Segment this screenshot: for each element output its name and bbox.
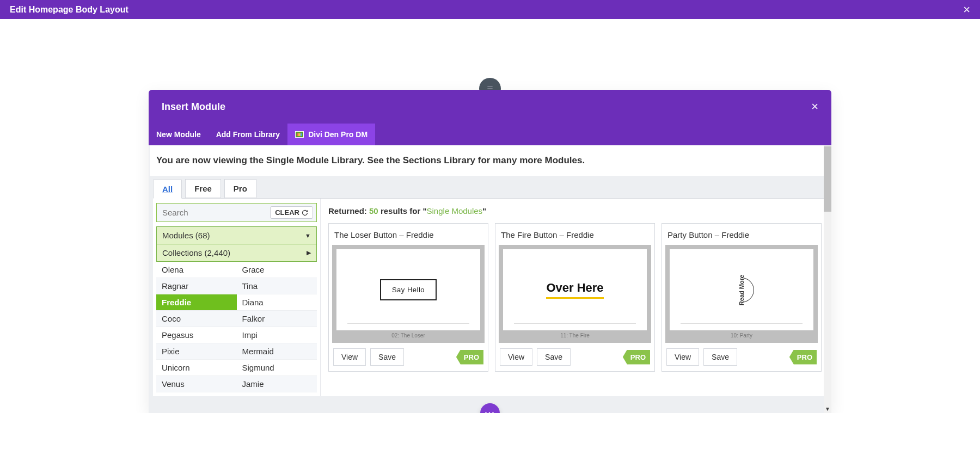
module-card: Party Button – Freddie Read More 10: [661,223,822,372]
page-close-icon[interactable]: × [963,3,970,17]
modal-scrollbar[interactable]: ▼ [824,145,831,413]
clear-label: CLEAR [275,208,299,217]
list-row: Coco Falkor [156,311,317,327]
clear-search-button[interactable]: CLEAR [270,206,313,219]
list-row: Freddie Diana [156,294,317,311]
modal-close-icon[interactable]: × [811,100,818,114]
collection-item[interactable]: Mermaid [237,343,317,360]
module-card-title: The Loser Button – Freddie [329,224,488,245]
scroll-down-icon[interactable]: ▼ [824,405,831,413]
save-button[interactable]: Save [537,348,571,366]
refresh-icon [302,210,308,216]
preview-caption: 10: Party [670,330,813,338]
collection-item[interactable]: Jamie [237,376,317,392]
list-row: Pixie Mermaid [156,343,317,360]
collection-item[interactable]: Olena [156,262,237,278]
tab-new-module[interactable]: New Module [149,124,209,145]
collection-item[interactable]: Impi [237,327,317,343]
pro-badge: PRO [456,350,483,365]
search-input[interactable] [160,206,270,219]
modal-tabs: New Module Add From Library Divi Den Pro… [149,124,831,145]
preview-button-label: Over Here [546,281,603,299]
save-button[interactable]: Save [703,348,737,366]
chevron-down-icon: ▼ [305,232,311,239]
filter-tab-free[interactable]: Free [185,179,221,198]
read-more-graphic: Read More [728,277,755,303]
insert-module-modal: Insert Module × New Module Add From Libr… [149,90,831,413]
collection-item[interactable]: Coco [156,311,237,327]
collection-item[interactable]: Unicorn [156,360,237,376]
module-preview: Over Here 11: The Fire [499,245,651,343]
module-cards-row: The Loser Button – Freddie Say Hello 02:… [328,223,824,372]
module-card: The Fire Button – Freddie Over Here 11: … [495,223,655,372]
collection-item[interactable]: Pegasus [156,327,237,343]
module-card-title: The Fire Button – Freddie [495,224,654,245]
module-preview: Read More 10: Party [665,245,818,343]
view-button[interactable]: View [500,348,532,366]
collection-item[interactable]: Falkor [237,311,317,327]
quote-open: " [422,206,426,216]
save-button[interactable]: Save [370,348,404,366]
price-filter-tabs: All Free Pro [153,179,256,198]
modules-dropdown[interactable]: Modules (68) ▼ [156,226,317,244]
view-button[interactable]: View [333,348,366,366]
results-summary: Returned: 50 results for "Single Modules… [328,206,824,216]
library-sidebar: CLEAR Modules (68) ▼ Collections (2,440)… [153,199,321,396]
module-card-title: Party Button – Freddie [662,224,821,245]
scrollbar-thumb[interactable] [824,146,831,212]
collection-item[interactable]: Sigmund [237,360,317,376]
list-row: Unicorn Sigmund [156,360,317,376]
returned-mid: results for [381,206,420,216]
list-row: Pegasus Impi [156,327,317,343]
pro-badge: PRO [623,350,650,365]
modal-title: Insert Module [162,101,225,113]
divi-den-icon [295,131,304,138]
collection-item[interactable]: Pixie [156,343,237,360]
filter-tab-all[interactable]: All [153,180,182,199]
collection-item-active[interactable]: Freddie [156,294,237,311]
quote-close: " [482,206,486,216]
list-row: Olena Grace [156,262,317,278]
tab-divi-den-label: Divi Den Pro DM [308,130,367,139]
tab-divi-den-pro[interactable]: Divi Den Pro DM [287,124,375,145]
preview-button-label: Read More [738,274,745,305]
list-row: Ragnar Tina [156,278,317,294]
filter-tab-pro[interactable]: Pro [224,179,256,198]
module-preview: Say Hello 02: The Loser [332,245,485,343]
collections-list: Olena Grace Ragnar Tina Freddie Diana [156,262,317,392]
returned-count: 50 [369,206,378,216]
page-top-bar: Edit Homepage Body Layout × [0,0,980,19]
list-row: Venus Jamie [156,376,317,392]
collection-item[interactable]: Venus [156,376,237,392]
collection-item[interactable]: Diana [237,294,317,311]
module-card: The Loser Button – Freddie Say Hello 02:… [328,223,488,372]
collection-item[interactable]: Ragnar [156,278,237,294]
preview-button-label: Say Hello [380,279,437,300]
collection-item[interactable]: Tina [237,278,317,294]
search-box: CLEAR [156,203,317,222]
chevron-right-icon: ▶ [307,249,311,256]
preview-caption: 11: The Fire [503,330,647,338]
modal-header: Insert Module × [149,90,831,124]
page-title: Edit Homepage Body Layout [10,5,128,15]
collection-item[interactable]: Grace [237,262,317,278]
collections-dropdown[interactable]: Collections (2,440) ▶ [156,244,317,262]
library-info-banner: You are now viewing the Single Module Li… [150,145,824,176]
modules-dropdown-label: Modules (68) [162,231,210,240]
tab-add-from-library[interactable]: Add From Library [209,124,287,145]
collections-dropdown-label: Collections (2,440) [162,248,230,257]
modal-body: You are now viewing the Single Module Li… [149,145,831,413]
returned-label: Returned: [328,206,367,216]
returned-name: Single Modules [427,206,483,216]
pro-badge: PRO [789,350,817,365]
preview-caption: 02: The Loser [336,330,480,338]
view-button[interactable]: View [666,348,699,366]
library-main: Returned: 50 results for "Single Modules… [321,199,824,396]
